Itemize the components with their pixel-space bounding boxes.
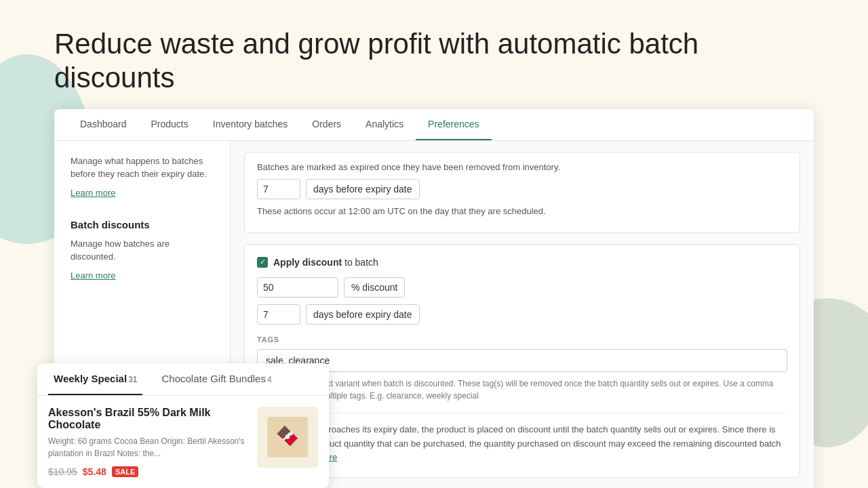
batch-discounts-learn-more-link[interactable]: Learn more xyxy=(71,270,115,281)
tags-section-label: TAGS xyxy=(257,336,787,344)
expiry-days-row: days before expiry date xyxy=(257,179,787,199)
weekly-special-badge: 31 xyxy=(128,375,137,384)
percent-label: % discount xyxy=(344,277,405,298)
product-tab-weekly-special[interactable]: Weekly Special31 xyxy=(48,363,142,395)
chocolate-gift-badge: 4 xyxy=(267,375,272,384)
product-title: Akesson's Brazil 55% Dark Milk Chocolate xyxy=(48,407,248,431)
price-row: $10.95 $5.48 SALE xyxy=(48,466,248,477)
product-card-body: Akesson's Brazil 55% Dark Milk Chocolate… xyxy=(37,396,329,488)
apply-discount-checkbox[interactable]: ✓ xyxy=(257,257,268,268)
product-image: 🍫 xyxy=(257,407,318,468)
product-card-tabs: Weekly Special31 Chocolate Gift Bundles4 xyxy=(37,363,329,396)
discount-days-input[interactable] xyxy=(257,304,300,325)
original-price: $10.95 xyxy=(48,466,77,477)
expiry-description: Manage what happens to batches before th… xyxy=(71,155,214,181)
nav-preferences[interactable]: Preferences xyxy=(416,109,491,140)
tags-section: TAGS Add tag(s) to product variant when … xyxy=(257,336,787,402)
batch-discounts-section: Batch discounts Manage how batches are d… xyxy=(71,219,214,281)
expiry-days-input[interactable] xyxy=(257,179,300,199)
discount-days-row: days before expiry date xyxy=(257,304,787,325)
sale-price: $5.48 xyxy=(83,466,106,477)
percent-discount-input[interactable] xyxy=(257,277,338,298)
batch-discounts-label: Batch discounts xyxy=(71,219,214,230)
apply-discount-label: Apply discount to batch xyxy=(273,257,378,268)
product-info: Akesson's Brazil 55% Dark Milk Chocolate… xyxy=(48,407,248,477)
nav-bar: Dashboard Products Inventory batches Ord… xyxy=(54,109,814,141)
actions-note: These actions occur at 12:00 am UTC on t… xyxy=(257,206,787,216)
page-headline: Reduce waste and grow profit with automa… xyxy=(54,27,814,96)
page-header: Reduce waste and grow profit with automa… xyxy=(0,0,868,109)
discount-note: When a batch approaches its expiry date,… xyxy=(257,413,787,465)
apply-discount-checkbox-row[interactable]: ✓ Apply discount to batch xyxy=(257,257,787,268)
percent-discount-row: % discount xyxy=(257,277,787,298)
discount-days-label: days before expiry date xyxy=(306,304,420,325)
sale-badge: SALE xyxy=(112,466,138,477)
product-image-svg: 🍫 xyxy=(260,410,315,464)
nav-analytics[interactable]: Analytics xyxy=(353,109,416,140)
nav-inventory-batches[interactable]: Inventory batches xyxy=(201,109,300,140)
expiry-days-label: days before expiry date xyxy=(306,179,420,199)
expiry-info-text: Batches are marked as expired once they … xyxy=(257,162,787,172)
svg-text:🍫: 🍫 xyxy=(276,425,300,447)
nav-orders[interactable]: Orders xyxy=(300,109,353,140)
expiry-info-bar: Batches are marked as expired once they … xyxy=(244,152,800,233)
nav-dashboard[interactable]: Dashboard xyxy=(68,109,139,140)
batch-discounts-description: Manage how batches are discounted. xyxy=(71,237,214,264)
product-tab-chocolate-gift-bundles[interactable]: Chocolate Gift Bundles4 xyxy=(156,363,277,395)
nav-products[interactable]: Products xyxy=(139,109,201,140)
tags-input[interactable] xyxy=(257,349,787,372)
expiry-section: Manage what happens to batches before th… xyxy=(71,155,214,199)
product-card: Weekly Special31 Chocolate Gift Bundles4… xyxy=(37,363,329,488)
tags-hint: Add tag(s) to product variant when batch… xyxy=(257,378,787,402)
product-description: Weight: 60 grams Cocoa Bean Origin: Bert… xyxy=(48,435,248,460)
expiry-learn-more-link[interactable]: Learn more xyxy=(71,188,115,198)
